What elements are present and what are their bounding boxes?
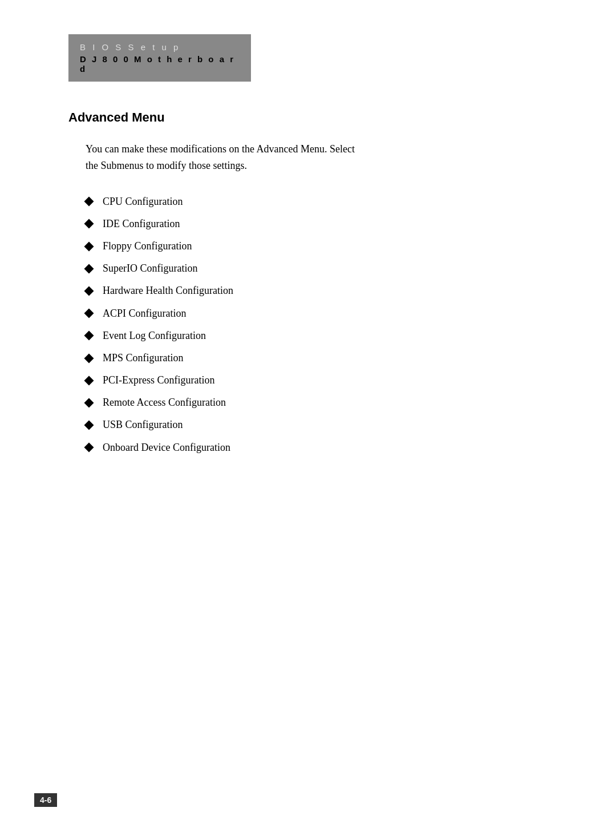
menu-item-label: CPU Configuration <box>103 195 183 209</box>
list-item: MPS Configuration <box>86 351 548 365</box>
main-content: Advanced Menu You can make these modific… <box>68 110 548 455</box>
intro-line2: the Submenus to modify those settings. <box>86 160 247 171</box>
bullet-diamond-icon <box>84 286 94 296</box>
bullet-diamond-icon <box>84 375 94 385</box>
menu-item-label: Onboard Device Configuration <box>103 441 230 455</box>
page-number: 4-6 <box>34 793 57 807</box>
list-item: Hardware Health Configuration <box>86 284 548 298</box>
menu-item-label: ACPI Configuration <box>103 306 187 321</box>
bullet-diamond-icon <box>84 398 94 407</box>
bullet-diamond-icon <box>84 421 94 430</box>
menu-item-label: MPS Configuration <box>103 351 184 365</box>
bullet-diamond-icon <box>84 241 94 251</box>
model-title: D J 8 0 0 M o t h e r b o a r d <box>80 54 240 74</box>
list-item: Remote Access Configuration <box>86 395 548 410</box>
list-item: SuperIO Configuration <box>86 261 548 276</box>
bullet-diamond-icon <box>84 219 94 229</box>
bullet-diamond-icon <box>84 443 94 453</box>
bullet-diamond-icon <box>84 197 94 207</box>
list-item: ACPI Configuration <box>86 306 548 321</box>
list-item: Floppy Configuration <box>86 239 548 253</box>
list-item: CPU Configuration <box>86 195 548 209</box>
list-item: Event Log Configuration <box>86 329 548 343</box>
intro-text: You can make these modifications on the … <box>86 141 548 174</box>
menu-item-label: Hardware Health Configuration <box>103 284 233 298</box>
bullet-diamond-icon <box>84 264 94 273</box>
header-box: B I O S S e t u p D J 8 0 0 M o t h e r … <box>68 34 251 82</box>
list-item: PCI-Express Configuration <box>86 373 548 387</box>
footer: 4-6 <box>34 794 57 806</box>
menu-item-label: Floppy Configuration <box>103 239 192 253</box>
list-item: IDE Configuration <box>86 217 548 231</box>
intro-line1: You can make these modifications on the … <box>86 143 355 155</box>
menu-item-label: SuperIO Configuration <box>103 261 197 276</box>
menu-item-label: IDE Configuration <box>103 217 180 231</box>
list-item: USB Configuration <box>86 418 548 432</box>
bullet-diamond-icon <box>84 331 94 341</box>
menu-item-label: PCI-Express Configuration <box>103 373 214 387</box>
bios-title: B I O S S e t u p <box>80 42 240 52</box>
bullet-diamond-icon <box>84 353 94 363</box>
list-item: Onboard Device Configuration <box>86 441 548 455</box>
menu-item-label: Remote Access Configuration <box>103 395 226 410</box>
bullet-diamond-icon <box>84 309 94 318</box>
section-title: Advanced Menu <box>68 110 548 125</box>
menu-item-label: USB Configuration <box>103 418 183 432</box>
menu-item-label: Event Log Configuration <box>103 329 206 343</box>
menu-list: CPU ConfigurationIDE ConfigurationFloppy… <box>86 195 548 455</box>
